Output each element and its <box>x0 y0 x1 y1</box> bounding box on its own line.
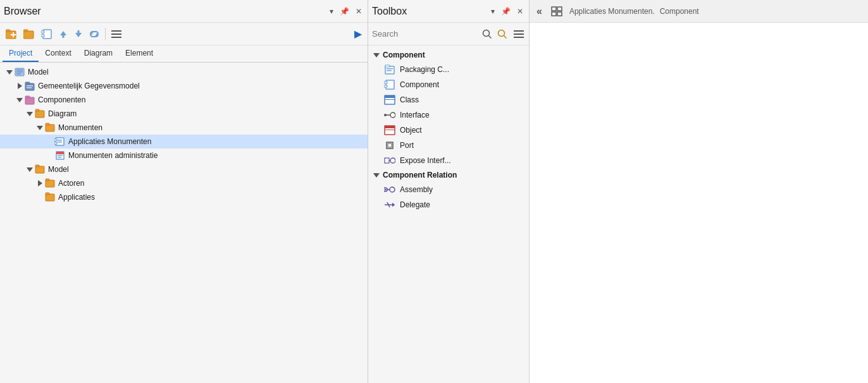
svg-rect-59 <box>385 99 395 100</box>
back-btn[interactable]: « <box>535 4 544 18</box>
browser-close-btn[interactable]: ✕ <box>354 6 364 17</box>
svg-rect-39 <box>46 180 54 187</box>
section-component[interactable]: Component <box>368 48 529 62</box>
search-filter-btn[interactable] <box>496 28 509 40</box>
svg-rect-27 <box>46 123 49 125</box>
toolbox-item-packaging-c[interactable]: Packaging C... <box>368 62 529 77</box>
component-toolbox-icon <box>383 79 396 90</box>
svg-rect-22 <box>25 97 34 104</box>
toolbox-controls: ▾ 📌 ✕ <box>489 6 525 17</box>
section-relation-toggle <box>373 171 380 179</box>
tree-item-componenten[interactable]: Componenten <box>0 93 368 107</box>
svg-point-60 <box>390 112 395 118</box>
move-down-btn[interactable] <box>72 28 85 40</box>
svg-rect-5 <box>23 30 28 32</box>
toolbox-item-interface[interactable]: Interface <box>368 107 529 123</box>
toolbox-pin-btn[interactable]: 📌 <box>499 6 512 17</box>
navigate-btn[interactable]: ▶ <box>352 27 364 41</box>
applicaties-monumenten-icon <box>54 137 66 147</box>
toolbox-item-assembly[interactable]: Assembly <box>368 182 529 197</box>
toolbox-item-component[interactable]: Component <box>368 77 529 92</box>
tree-item-model-root[interactable]: Model <box>0 65 368 79</box>
svg-rect-15 <box>16 70 23 71</box>
model-root-icon <box>14 67 25 77</box>
tree-item-diagram[interactable]: Diagram <box>0 107 368 121</box>
svg-rect-58 <box>385 95 395 98</box>
svg-point-43 <box>483 30 490 36</box>
svg-rect-16 <box>16 71 23 73</box>
svg-rect-41 <box>46 194 54 201</box>
link-btn[interactable] <box>87 28 101 40</box>
search-input[interactable] <box>372 29 478 39</box>
toolbox-panel: Toolbox ▾ 📌 ✕ <box>368 0 530 383</box>
tree-item-actoren[interactable]: Actoren <box>0 176 368 190</box>
tab-element[interactable]: Element <box>119 46 159 62</box>
tree-label-diagram: Diagram <box>48 109 77 118</box>
toolbox-menu-btn[interactable] <box>511 29 526 39</box>
toggle-gemeentelijk[interactable] <box>15 83 24 89</box>
toolbox-item-port[interactable]: Port <box>368 138 529 153</box>
browser-tabs: Project Context Diagram Element <box>0 46 368 63</box>
toolbox-close-btn[interactable]: ✕ <box>515 6 525 17</box>
arrow-down-icon <box>74 30 83 39</box>
section-component-relation[interactable]: Component Relation <box>368 168 529 182</box>
svg-rect-19 <box>25 82 30 84</box>
svg-point-68 <box>390 158 395 163</box>
tree-item-model2[interactable]: Model <box>0 162 368 176</box>
svg-rect-38 <box>35 165 39 167</box>
layout-btn[interactable] <box>549 5 564 18</box>
section-component-toggle <box>373 51 380 59</box>
search-btn[interactable] <box>481 28 493 40</box>
toolbox-item-delegate[interactable]: Delegate <box>368 197 529 212</box>
link-icon <box>89 30 99 39</box>
svg-rect-17 <box>16 73 21 75</box>
move-up-btn[interactable] <box>57 28 70 40</box>
toolbox-item-expose-interf[interactable]: Expose Interf... <box>368 153 529 168</box>
svg-rect-47 <box>514 30 524 32</box>
svg-rect-31 <box>58 140 62 141</box>
expose-icon <box>383 155 396 166</box>
svg-rect-40 <box>46 179 49 181</box>
toggle-model-root[interactable] <box>5 70 14 75</box>
right-panel-content <box>530 23 868 383</box>
toggle-actoren[interactable] <box>35 180 44 186</box>
search-filter-icon <box>497 29 507 39</box>
toolbox-item-class[interactable]: Class <box>368 92 529 107</box>
svg-rect-1 <box>6 30 10 32</box>
component-btn[interactable] <box>39 28 54 40</box>
tree-label-actoren: Actoren <box>58 179 84 188</box>
toolbox-list: Component Packaging C... <box>368 46 529 383</box>
svg-point-62 <box>384 114 387 116</box>
toolbox-item-object[interactable]: Object <box>368 123 529 138</box>
toolbox-dropdown-btn[interactable]: ▾ <box>489 6 497 17</box>
svg-rect-21 <box>27 87 32 88</box>
svg-rect-11 <box>111 30 121 32</box>
menu-btn[interactable] <box>109 29 123 39</box>
arrow-up-icon <box>59 30 68 39</box>
tree-item-monumenten-admin[interactable]: Monumenten administratie <box>0 149 368 162</box>
browser-pin-btn[interactable]: 📌 <box>338 6 351 17</box>
tab-context[interactable]: Context <box>39 46 77 62</box>
browser-tree: Model Gemeentelijk Gegevensmodel <box>0 63 368 383</box>
tree-item-applicaties[interactable]: Applicaties <box>0 190 368 204</box>
new-folder-btn[interactable] <box>4 28 19 40</box>
toggle-diagram[interactable] <box>25 112 34 116</box>
folder-btn[interactable] <box>22 28 37 40</box>
browser-dropdown-btn[interactable]: ▾ <box>328 6 335 17</box>
svg-rect-10 <box>78 30 80 33</box>
svg-line-44 <box>489 35 492 38</box>
toggle-monumenten[interactable] <box>35 126 44 130</box>
toggle-model2[interactable] <box>25 167 34 172</box>
svg-rect-29 <box>54 139 57 141</box>
new-folder-icon <box>6 29 17 39</box>
toggle-componenten[interactable] <box>15 98 24 102</box>
applicaties-icon <box>44 192 56 202</box>
tree-item-gemeentelijk[interactable]: Gemeentelijk Gegevensmodel <box>0 79 368 93</box>
tab-project[interactable]: Project <box>3 46 39 62</box>
tree-item-monumenten[interactable]: Monumenten <box>0 121 368 135</box>
tree-item-applicaties-monumenten[interactable]: Applicaties Monumenten <box>0 135 368 149</box>
tree-label-monumenten-admin: Monumenten administratie <box>68 151 158 160</box>
toolbox-label-expose-interf: Expose Interf... <box>400 156 451 165</box>
tab-diagram[interactable]: Diagram <box>78 46 119 62</box>
svg-rect-79 <box>552 12 556 16</box>
